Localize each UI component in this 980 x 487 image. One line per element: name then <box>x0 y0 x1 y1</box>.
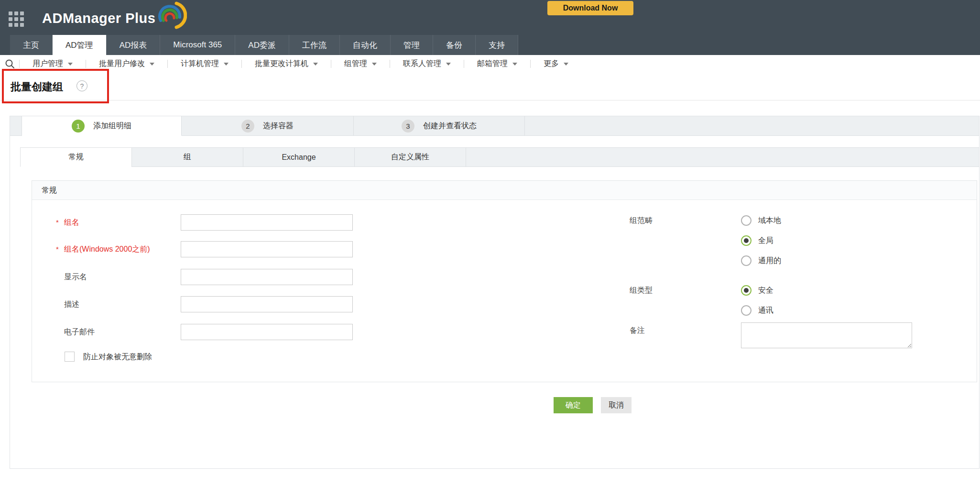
chevron-down-icon <box>446 63 451 66</box>
protect-from-deletion-label: 防止对象被无意删除 <box>83 352 152 362</box>
subnav-item-label: 邮箱管理 <box>477 59 508 69</box>
nav-tab-support[interactable]: 支持 <box>476 35 518 55</box>
subnav-item-contact-management[interactable]: 联系人管理 <box>390 59 464 69</box>
group-name-label: 组名 <box>64 214 79 231</box>
scope-domain-local-label[interactable]: 域本地 <box>758 215 781 226</box>
subnav-item-bulk-user-modification[interactable]: 批量用户修改 <box>86 59 167 69</box>
subnav-item-label: 批量更改计算机 <box>255 59 308 69</box>
app-grid-icon[interactable] <box>9 11 25 28</box>
group-scope-label: 组范畴 <box>630 215 653 226</box>
notes-textarea[interactable] <box>741 322 912 348</box>
search-button[interactable] <box>0 59 19 69</box>
required-marker: * <box>56 241 63 257</box>
type-security-label[interactable]: 安全 <box>758 285 773 296</box>
nav-tab-ad-management[interactable]: AD管理 <box>53 35 107 55</box>
notes-label: 备注 <box>630 325 645 336</box>
display-name-label: 显示名 <box>64 269 87 285</box>
ok-button[interactable]: 确定 <box>554 397 593 413</box>
tab-group[interactable]: 组 <box>131 147 243 167</box>
search-icon <box>4 59 15 69</box>
chevron-down-icon <box>564 63 568 66</box>
download-now-button[interactable]: Download Now <box>547 1 633 15</box>
email-label: 电子邮件 <box>64 324 95 340</box>
nav-tab-ad-reports[interactable]: AD报表 <box>107 35 161 55</box>
subnav-item-label: 更多 <box>544 59 559 69</box>
step-3-create-and-view-status[interactable]: 3 创建并查看状态 <box>354 116 525 136</box>
nav-tab-admin[interactable]: 管理 <box>391 35 433 55</box>
step-label: 创建并查看状态 <box>423 121 477 131</box>
step-label: 选择容器 <box>263 121 294 131</box>
page-title: 批量创建组 <box>11 80 63 94</box>
general-form: * 组名 * 组名(Windows 2000之前) 显示名 描述 电子邮件 防止… <box>32 200 977 382</box>
description-input[interactable] <box>181 296 353 312</box>
group-name-input[interactable] <box>181 214 353 231</box>
step-bar-filler <box>525 116 979 136</box>
section-title: 常规 <box>32 181 977 200</box>
scope-universal-radio[interactable] <box>741 255 751 266</box>
subnav-item-more[interactable]: 更多 <box>531 59 581 69</box>
type-distribution-radio[interactable] <box>741 305 751 316</box>
attribute-tabs: 常规 组 Exchange 自定义属性 <box>20 147 979 167</box>
chevron-down-icon <box>150 63 154 66</box>
step-bar-filler <box>10 116 22 136</box>
subnav-item-group-management[interactable]: 组管理 <box>331 59 390 69</box>
main-nav-tabs: 主页 AD管理 AD报表 Microsoft 365 AD委派 工作流 自动化 … <box>10 35 518 55</box>
general-section: 常规 * 组名 * 组名(Windows 2000之前) 显示名 描述 电子邮件… <box>32 180 977 382</box>
group-type-label: 组类型 <box>630 285 653 296</box>
subnav-item-bulk-computer-modification[interactable]: 批量更改计算机 <box>242 59 331 69</box>
subnav-item-label: 计算机管理 <box>181 59 219 69</box>
subnav-item-computer-management[interactable]: 计算机管理 <box>168 59 241 69</box>
page-title-bar: 批量创建组 ? <box>0 73 980 100</box>
nav-tab-automation[interactable]: 自动化 <box>340 35 391 55</box>
logo-text: ADManager Plus <box>42 4 155 33</box>
help-icon[interactable]: ? <box>76 80 87 91</box>
required-marker: * <box>56 214 63 231</box>
email-input[interactable] <box>181 324 353 340</box>
scope-global-radio[interactable] <box>741 235 751 246</box>
chevron-down-icon <box>512 63 517 66</box>
nav-tab-microsoft-365[interactable]: Microsoft 365 <box>160 35 235 55</box>
type-security-radio[interactable] <box>741 285 751 296</box>
title-divider <box>0 100 980 100</box>
logo[interactable]: ADManager Plus <box>42 4 187 33</box>
step-label: 添加组明细 <box>93 121 131 131</box>
wizard-steps: 1 添加组明细 2 选择容器 3 创建并查看状态 <box>10 116 979 136</box>
chevron-down-icon <box>68 63 73 66</box>
subnav-item-mailbox-management[interactable]: 邮箱管理 <box>464 59 530 69</box>
display-name-input[interactable] <box>181 269 353 285</box>
step-number-badge: 2 <box>241 120 254 133</box>
admanager-plus-app: ADManager Plus Download Now 主页 AD管理 AD报表… <box>0 0 980 487</box>
chevron-down-icon <box>372 63 377 66</box>
management-subnav: 用户管理 批量用户修改 计算机管理 批量更改计算机 组管理 联系人管理 <box>0 55 980 73</box>
chevron-down-icon <box>224 63 229 66</box>
group-name-pre2000-input[interactable] <box>181 241 353 257</box>
chevron-down-icon <box>313 63 318 66</box>
step-number-badge: 3 <box>402 120 414 133</box>
scope-universal-label[interactable]: 通用的 <box>758 255 781 266</box>
wizard-panel: 1 添加组明细 2 选择容器 3 创建并查看状态 常规 组 Exchange 自… <box>10 116 980 469</box>
nav-tab-backup[interactable]: 备份 <box>433 35 476 55</box>
step-number-badge: 1 <box>72 120 85 133</box>
tab-bar-filler <box>466 147 979 167</box>
type-distribution-label[interactable]: 通讯 <box>758 305 773 316</box>
tab-custom-attributes[interactable]: 自定义属性 <box>354 147 466 167</box>
scope-domain-local-radio[interactable] <box>741 215 751 226</box>
nav-tab-workflow[interactable]: 工作流 <box>289 35 340 55</box>
nav-tab-home[interactable]: 主页 <box>10 35 53 55</box>
form-actions: 确定 取消 <box>554 397 632 413</box>
protect-from-deletion-checkbox[interactable] <box>65 352 75 362</box>
group-name-pre2000-label: 组名(Windows 2000之前) <box>64 241 150 257</box>
app-header: ADManager Plus Download Now 主页 AD管理 AD报表… <box>0 0 980 55</box>
nav-tab-ad-delegation[interactable]: AD委派 <box>235 35 289 55</box>
subnav-item-user-management[interactable]: 用户管理 <box>20 59 86 69</box>
subnav-item-label: 组管理 <box>344 59 367 69</box>
subnav-item-label: 用户管理 <box>33 59 63 69</box>
logo-swoosh-icon <box>157 1 187 29</box>
step-1-add-group-details[interactable]: 1 添加组明细 <box>22 116 182 136</box>
description-label: 描述 <box>64 296 79 312</box>
step-2-select-container[interactable]: 2 选择容器 <box>182 116 354 136</box>
cancel-button[interactable]: 取消 <box>601 397 632 413</box>
tab-exchange[interactable]: Exchange <box>243 147 354 167</box>
tab-general[interactable]: 常规 <box>20 147 131 167</box>
scope-global-label[interactable]: 全局 <box>758 235 773 246</box>
